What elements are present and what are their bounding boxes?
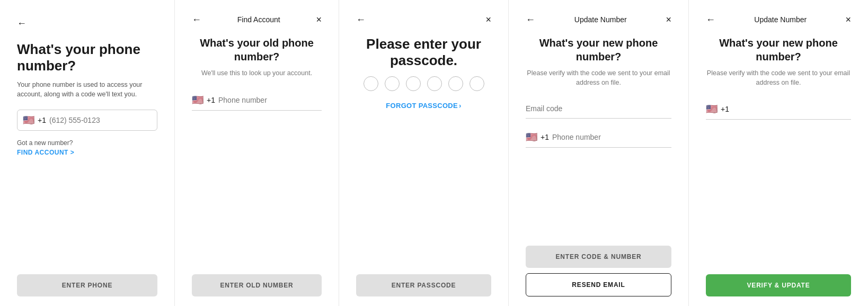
panel4-bottom-bar: ENTER CODE & NUMBER RESEND EMAIL — [526, 238, 671, 306]
resend-email-button[interactable]: RESEND EMAIL — [526, 273, 671, 296]
country-code: +1 — [38, 116, 46, 124]
flag-icon: 🇺🇸 — [526, 131, 537, 143]
panel-update-number-verify: ← Update Number × What's your new phone … — [689, 0, 868, 306]
panel3-bottom-bar: ENTER PASSCODE — [356, 267, 491, 306]
enter-code-number-button[interactable]: ENTER CODE & NUMBER — [526, 246, 671, 268]
country-code: +1 — [207, 96, 215, 104]
enter-old-number-button[interactable]: ENTER OLD NUMBER — [192, 274, 322, 296]
back-arrow-icon[interactable]: ← — [356, 15, 366, 24]
panel-update-number: ← Update Number × What's your new phone … — [509, 0, 689, 306]
email-code-input[interactable] — [526, 103, 671, 114]
panel-passcode: ← × Please enter your passcode. FORGOT P… — [339, 0, 509, 306]
enter-phone-button[interactable]: ENTER PHONE — [17, 274, 157, 296]
old-phone-input-row: 🇺🇸 +1 — [192, 90, 322, 111]
passcode-dot-5[interactable] — [448, 76, 463, 91]
panel2-description: We'll use this to look up your account. — [201, 69, 312, 78]
panel1-heading: What's your phone number? — [17, 41, 157, 74]
panel5-bottom-bar: VERIFY & UPDATE — [706, 267, 851, 306]
got-new-number-text: Got a new number? — [17, 139, 157, 147]
panel1-bottom-bar: ENTER PHONE — [17, 267, 157, 306]
panel4-title: Update Number — [535, 15, 666, 24]
passcode-dot-6[interactable] — [470, 76, 484, 91]
close-icon[interactable]: × — [845, 15, 851, 24]
passcode-dot-4[interactable] — [427, 76, 442, 91]
phone-input[interactable] — [49, 116, 152, 124]
panel2-heading: What's your old phone number? — [192, 36, 322, 64]
old-phone-input[interactable] — [218, 96, 322, 104]
panel4-header: ← Update Number × — [526, 15, 671, 24]
find-account-link[interactable]: FIND ACCOUNT > — [17, 149, 157, 156]
back-arrow-icon[interactable]: ← — [17, 19, 26, 28]
new-phone-input[interactable] — [552, 133, 671, 141]
forgot-passcode-link[interactable]: FORGOT PASSCODE › — [386, 102, 461, 110]
passcode-dot-2[interactable] — [385, 76, 400, 91]
panel-find-account: ← Find Account × What's your old phone n… — [175, 0, 339, 306]
back-arrow-icon[interactable]: ← — [192, 15, 201, 24]
passcode-dot-3[interactable] — [406, 76, 421, 91]
enter-passcode-button[interactable]: ENTER PASSCODE — [356, 274, 491, 296]
country-code: +1 — [721, 105, 729, 113]
panel2-bottom-bar: ENTER OLD NUMBER — [192, 267, 322, 306]
panel5-header: ← Update Number × — [706, 15, 851, 24]
verify-update-button[interactable]: VERIFY & UPDATE — [706, 274, 851, 296]
panel2-header: ← Find Account × — [192, 15, 322, 24]
flag-icon: 🇺🇸 — [192, 94, 203, 106]
panel2-title: Find Account — [201, 15, 316, 24]
panel-phone-number: ← What's your phone number? Your phone n… — [0, 0, 175, 306]
panel4-description: Please verify with the code we sent to y… — [526, 69, 671, 87]
flag-icon: 🇺🇸 — [706, 103, 718, 115]
phone-input-row: 🇺🇸 +1 — [17, 110, 157, 131]
back-arrow-icon[interactable]: ← — [526, 15, 535, 24]
panel3-header: ← × — [356, 15, 491, 24]
back-arrow-icon[interactable]: ← — [706, 15, 715, 24]
panel3-heading: Please enter your passcode. — [356, 36, 491, 69]
close-icon[interactable]: × — [485, 15, 491, 24]
flag-icon: 🇺🇸 — [23, 114, 34, 126]
panel5-heading: What's your new phone number? — [706, 36, 851, 64]
panel5-phone-row: 🇺🇸 +1 — [706, 99, 851, 120]
email-code-row — [526, 99, 671, 119]
panel5-title: Update Number — [715, 15, 845, 24]
passcode-dots-row — [364, 76, 484, 91]
close-icon[interactable]: × — [316, 15, 322, 24]
panel5-description: Please verify with the code we sent to y… — [706, 69, 851, 87]
panel1-description: Your phone number is used to access your… — [17, 80, 157, 99]
panel4-heading: What's your new phone number? — [526, 36, 671, 64]
passcode-dot-1[interactable] — [364, 76, 378, 91]
close-icon[interactable]: × — [666, 15, 671, 24]
country-code: +1 — [541, 133, 549, 141]
new-phone-row: 🇺🇸 +1 — [526, 127, 671, 148]
